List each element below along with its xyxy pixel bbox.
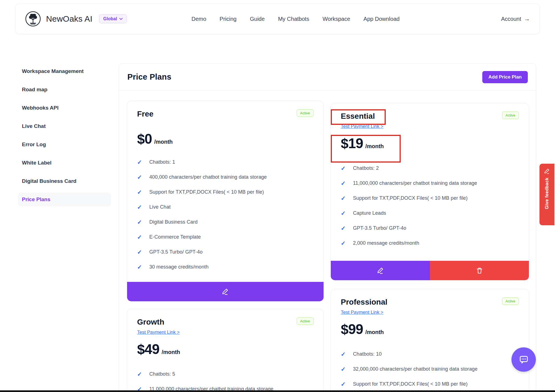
feature-item: ✓Chatbots: 5 [137, 371, 314, 378]
bottom-edge-bar [0, 390, 555, 392]
plan-name: Professional [341, 297, 387, 307]
feature-item: ✓Support for TXT,PDF,DOCX Files( < 10 MB… [137, 189, 314, 196]
nav-item[interactable]: App Download [364, 16, 400, 22]
feature-item: ✓Support for TXT,PDF,DOCX Files( < 10 MB… [341, 381, 519, 388]
status-badge: Active [502, 297, 519, 305]
check-icon: ✓ [341, 366, 348, 373]
check-icon: ✓ [137, 249, 144, 256]
plan-period: /month [365, 329, 384, 335]
status-badge: Active [297, 317, 314, 325]
sidebar-item[interactable]: White Label [18, 156, 111, 170]
feature-item: ✓GPT-3.5 Turbo/ GPT-4o [137, 249, 314, 256]
nav-item[interactable]: Workspace [322, 16, 350, 22]
plan-price: $49 [137, 341, 159, 357]
test-payment-link[interactable]: Test Payment Link > [341, 123, 384, 130]
sidebar-item[interactable]: Road map [18, 83, 111, 97]
feature-item: ✓11,000,000 characters/per chatbot train… [341, 180, 519, 187]
edit-plan-button[interactable] [127, 282, 324, 301]
check-icon: ✓ [137, 204, 144, 211]
pencil-icon [222, 288, 229, 295]
check-icon: ✓ [341, 195, 348, 202]
feature-item: ✓400,000 characters/per chatbot training… [137, 174, 314, 181]
sidebar-item[interactable]: Live Chat [18, 119, 111, 133]
feature-item: ✓Digital Business Card [137, 219, 314, 226]
nav-item[interactable]: Demo [191, 16, 206, 22]
plan-period: /month [162, 349, 180, 355]
feature-item: ✓GPT-3.5 Turbo/ GPT-4o [341, 225, 519, 232]
feature-list: ✓Chatbots: 1✓400,000 characters/per chat… [137, 159, 314, 270]
top-navigation-bar: NewOaks AI Global DemoPricingGuideMy Cha… [15, 4, 540, 34]
status-badge: Active [297, 109, 314, 117]
nav-item[interactable]: My Chatbots [278, 16, 309, 22]
trash-icon [476, 267, 483, 274]
test-payment-link[interactable]: Test Payment Link > [341, 309, 384, 316]
check-icon: ✓ [137, 264, 144, 270]
feature-item: ✓E-Commerce Template [137, 234, 314, 241]
feature-item: ✓Support for TXT,PDF,DOCX Files( < 10 MB… [341, 195, 519, 202]
account-link[interactable]: Account → [501, 16, 530, 22]
check-icon: ✓ [341, 381, 348, 388]
feature-item: ✓Capture Leads [341, 210, 519, 217]
edit-plan-button[interactable] [331, 261, 430, 280]
check-icon: ✓ [341, 180, 348, 187]
page-title: Price Plans [127, 72, 171, 82]
check-icon: ✓ [341, 351, 348, 358]
plan-name: Free [137, 109, 153, 119]
feature-item: ✓Chatbots: 10 [341, 351, 519, 358]
check-icon: ✓ [137, 371, 144, 378]
feature-list: ✓Chatbots: 10✓32,000,000 characters/per … [341, 351, 519, 388]
feature-list: ✓Chatbots: 5✓11,000,000 characters/per c… [137, 371, 314, 392]
feedback-label: Give feedback [544, 178, 549, 209]
chat-bubble-icon [517, 353, 530, 366]
sidebar-item[interactable]: Webhooks API [18, 101, 111, 115]
feature-item: ✓32,000,000 characters/per chatbot train… [341, 366, 519, 373]
sidebar-item[interactable]: Error Log [18, 138, 111, 151]
check-icon: ✓ [341, 240, 348, 247]
sidebar: Workspace ManagementRoad mapWebhooks API… [18, 64, 111, 211]
test-payment-link[interactable]: Test Payment Link > [137, 329, 180, 336]
account-label: Account [501, 16, 521, 22]
check-icon: ✓ [341, 225, 348, 232]
check-icon: ✓ [341, 165, 348, 172]
pencil-icon [544, 168, 550, 174]
plan-price: $0 [137, 131, 152, 147]
plan-price: $99 [341, 321, 363, 337]
check-icon: ✓ [341, 210, 348, 217]
plan-period: /month [154, 139, 173, 145]
arrow-right-icon: → [524, 16, 530, 22]
plan-card-free: Free Active $0 /month ✓Chatbots: 1✓400,0… [127, 101, 324, 302]
region-selector[interactable]: Global [99, 14, 127, 23]
panel-header: Price Plans Add Price Plan [119, 64, 536, 91]
brand-name: NewOaks AI [46, 14, 92, 24]
check-icon: ✓ [137, 159, 144, 166]
plan-period: /month [365, 143, 384, 150]
add-price-plan-button[interactable]: Add Price Plan [482, 71, 528, 83]
sidebar-item[interactable]: Price Plans [18, 193, 111, 206]
plan-name: Essential [341, 112, 375, 121]
feature-item: ✓2,000 message credits/month [341, 240, 519, 247]
check-icon: ✓ [137, 174, 144, 181]
check-icon: ✓ [137, 189, 144, 196]
sidebar-item[interactable]: Digital Business Card [18, 174, 111, 188]
pencil-icon [377, 267, 384, 274]
plan-card-professional: Professional Active Test Payment Link > … [331, 289, 529, 392]
feature-item: ✓Chatbots: 2 [341, 165, 519, 172]
feature-list: ✓Chatbots: 2✓11,000,000 characters/per c… [341, 165, 519, 247]
chevron-down-icon [119, 18, 123, 20]
feature-item: ✓30 message credits/month [137, 264, 314, 270]
sidebar-item[interactable]: Workspace Management [18, 64, 111, 78]
nav-item[interactable]: Pricing [220, 16, 236, 22]
delete-plan-button[interactable] [430, 261, 529, 280]
give-feedback-tab[interactable]: Give feedback [539, 164, 554, 225]
plan-price: $19 [341, 135, 363, 151]
nav-item[interactable]: Guide [250, 16, 265, 22]
chat-widget-button[interactable] [511, 347, 536, 372]
newoaks-logo-icon [25, 11, 41, 27]
plan-name: Growth [137, 317, 164, 327]
check-icon: ✓ [137, 234, 144, 241]
feature-item: ✓Chatbots: 1 [137, 159, 314, 166]
plan-card-essential: Essential Active Test Payment Link > $19… [331, 103, 529, 280]
region-label: Global [103, 16, 117, 21]
price-plans-panel: Price Plans Add Price Plan Free Active $… [119, 63, 536, 392]
main-nav: DemoPricingGuideMy ChatbotsWorkspaceApp … [191, 16, 400, 22]
